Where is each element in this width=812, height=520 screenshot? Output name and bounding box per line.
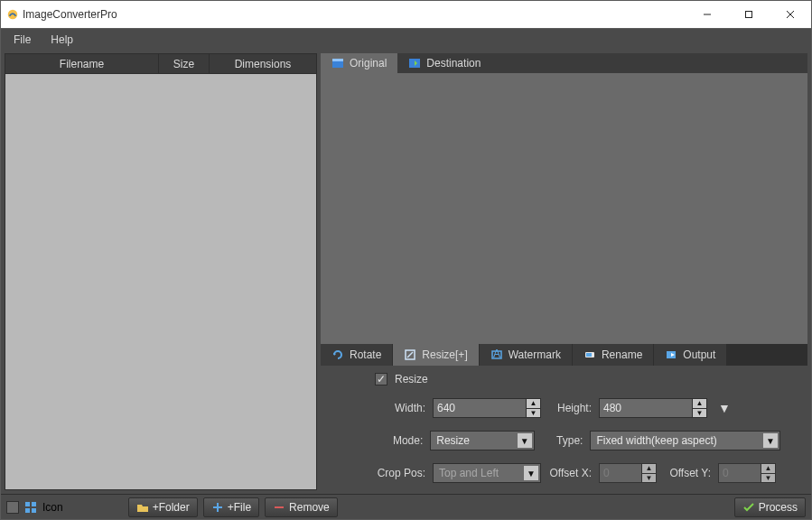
tab-rename-label: Rename [602, 348, 642, 361]
add-folder-label: +Folder [153, 501, 190, 514]
watermark-icon: A [490, 348, 503, 361]
offsety-spin-up[interactable]: ▲ [761, 464, 775, 474]
picture-icon [331, 57, 344, 70]
offsetx-input[interactable]: ▲ ▼ [599, 463, 657, 483]
window-title: ImageConverterPro [19, 8, 686, 21]
remove-label: Remove [289, 501, 330, 514]
tab-watermark-label: Watermark [509, 348, 561, 361]
tab-destination[interactable]: Destination [397, 53, 491, 73]
app-icon [6, 8, 19, 21]
plus-icon [211, 501, 224, 514]
folder-icon [136, 501, 149, 514]
tab-rotate[interactable]: Rotate [321, 344, 393, 366]
resize-enable-checkbox[interactable]: ✓ [375, 373, 387, 385]
expand-toggle[interactable]: ▼ [714, 401, 731, 415]
tab-resize[interactable]: Resize[+] [393, 344, 479, 366]
width-spin-down[interactable]: ▼ [526, 409, 540, 418]
bottom-toolbar: ✓ Icon +Folder +File Remove [1, 494, 811, 519]
process-button[interactable]: Process [734, 497, 806, 517]
rename-icon [583, 348, 596, 361]
right-pane: Original Destination Rotate [321, 53, 807, 490]
offsetx-spin-up[interactable]: ▲ [641, 464, 656, 474]
column-dimensions[interactable]: Dimensions [210, 54, 316, 74]
type-select-value: Fixed width(keep aspect) [596, 434, 716, 447]
offsety-spin-down[interactable]: ▼ [761, 474, 775, 483]
height-spin-up[interactable]: ▲ [692, 399, 706, 409]
tab-rename[interactable]: Rename [573, 344, 654, 366]
svg-rect-2 [746, 12, 752, 18]
svg-text:A: A [493, 348, 500, 360]
tab-original-label: Original [350, 57, 387, 70]
offsety-input-field [719, 464, 761, 482]
icon-view-label: Icon [42, 501, 63, 514]
column-filename[interactable]: Filename [5, 54, 159, 74]
operation-tabs: Rotate Resize[+] A Watermark [321, 344, 807, 366]
offsetx-input-field [600, 464, 641, 482]
tab-output[interactable]: Output [654, 344, 727, 366]
add-file-button[interactable]: +File [203, 497, 259, 517]
tab-destination-label: Destination [426, 57, 481, 70]
resize-icon [404, 348, 416, 361]
width-spin-up[interactable]: ▲ [526, 399, 540, 409]
app-window: ImageConverterPro File Help Filename Siz… [0, 0, 812, 520]
resize-enable-label: Resize [395, 373, 428, 385]
process-label: Process [759, 501, 798, 514]
offsetx-label: Offset X: [548, 467, 592, 479]
window-close-button[interactable] [770, 1, 811, 28]
svg-rect-18 [275, 506, 284, 508]
minus-icon [273, 501, 285, 514]
file-list-pane: Filename Size Dimensions [5, 53, 317, 490]
croppos-select-value: Top and Left [439, 467, 499, 479]
svg-rect-14 [25, 502, 30, 506]
rotate-icon [331, 348, 344, 361]
remove-button[interactable]: Remove [265, 497, 338, 517]
window-maximize-button[interactable] [728, 1, 770, 28]
svg-rect-6 [332, 59, 343, 61]
croppos-select[interactable]: Top and Left ▼ [433, 463, 541, 483]
width-input-field[interactable] [434, 399, 526, 417]
add-folder-button[interactable]: +Folder [128, 497, 198, 517]
resize-settings-panel: ✓ Resize Width: ▲ ▼ Height: [321, 366, 807, 490]
main-area: Filename Size Dimensions Original [1, 50, 811, 494]
chevron-down-icon: ▼ [524, 466, 538, 480]
tab-output-label: Output [683, 348, 715, 361]
menu-help[interactable]: Help [42, 31, 82, 49]
window-minimize-button[interactable] [686, 1, 728, 28]
chevron-down-icon: ▼ [518, 433, 532, 448]
file-list-body[interactable] [5, 74, 316, 489]
width-input[interactable]: ▲ ▼ [433, 398, 541, 418]
offsety-input[interactable]: ▲ ▼ [718, 463, 776, 483]
type-select[interactable]: Fixed width(keep aspect) ▼ [590, 431, 780, 450]
tab-original[interactable]: Original [321, 53, 397, 73]
mode-select[interactable]: Resize ▼ [430, 431, 535, 450]
grid-icon [24, 501, 37, 514]
tab-resize-label: Resize[+] [422, 348, 467, 361]
svg-rect-15 [32, 502, 36, 506]
menu-file[interactable]: File [5, 31, 40, 49]
height-input-field[interactable] [600, 399, 692, 417]
file-list-header: Filename Size Dimensions [5, 54, 316, 74]
croppos-label: Crop Pos: [375, 467, 425, 479]
export-icon [408, 57, 421, 70]
mode-label: Mode: [375, 434, 423, 447]
preview-area [321, 73, 807, 344]
preview-tabs: Original Destination [321, 53, 807, 73]
offsetx-spin-down[interactable]: ▼ [641, 474, 656, 483]
icon-view-checkbox[interactable]: ✓ [6, 501, 19, 514]
svg-rect-12 [586, 353, 592, 357]
height-spin-down[interactable]: ▼ [692, 409, 706, 418]
output-icon [665, 348, 677, 361]
tab-rotate-label: Rotate [350, 348, 381, 361]
height-label: Height: [548, 402, 592, 414]
height-input[interactable]: ▲ ▼ [599, 398, 707, 418]
offsety-label: Offset Y: [664, 467, 711, 479]
chevron-down-icon: ▼ [763, 433, 778, 448]
check-icon [742, 501, 755, 514]
tab-watermark[interactable]: A Watermark [480, 344, 573, 366]
column-size[interactable]: Size [159, 54, 210, 74]
svg-rect-16 [25, 508, 30, 513]
title-bar: ImageConverterPro [1, 1, 811, 28]
mode-select-value: Resize [436, 434, 470, 447]
width-label: Width: [375, 402, 425, 414]
menu-bar: File Help [1, 28, 811, 50]
